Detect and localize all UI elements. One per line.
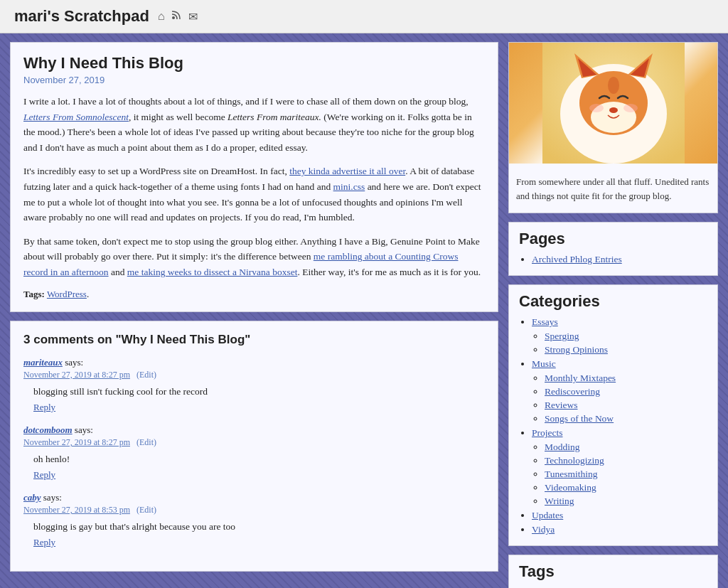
email-icon[interactable]: ✉ bbox=[188, 10, 198, 23]
comments-section: 3 comments on "Why I Need This Blog" mar… bbox=[10, 321, 498, 572]
sub-technologizing: Technologizing bbox=[545, 455, 707, 466]
tag-wordpress[interactable]: WordPress bbox=[47, 289, 87, 299]
post-body: I write a lot. I have a lot of thoughts … bbox=[23, 94, 485, 280]
home-icon[interactable]: ⌂ bbox=[158, 10, 165, 23]
sub-sperging: Sperging bbox=[545, 331, 707, 342]
post-paragraph-1: I write a lot. I have a lot of thoughts … bbox=[23, 94, 485, 155]
category-projects: Projects Modding Technologizing Tunesmit… bbox=[532, 427, 707, 507]
comment-3-says: says: bbox=[43, 492, 62, 503]
category-essays-link[interactable]: Essays bbox=[532, 316, 558, 327]
letters-from-somnolescent-link[interactable]: Letters From Somnolescent bbox=[23, 112, 129, 122]
sub-modding: Modding bbox=[545, 442, 707, 453]
comment-1-text: blogging still isn't fucking cool for th… bbox=[33, 385, 485, 399]
svg-point-10 bbox=[589, 104, 604, 112]
svg-point-12 bbox=[608, 77, 619, 94]
category-projects-link[interactable]: Projects bbox=[532, 427, 563, 438]
modding-link[interactable]: Modding bbox=[545, 442, 580, 452]
comment-3: caby says: November 27, 2019 at 8:53 pm … bbox=[23, 492, 485, 548]
tags-widget: Tags bbox=[508, 555, 718, 588]
songs-of-the-now-link[interactable]: Songs of the Now bbox=[545, 413, 614, 424]
sidebar-image-widget: From somewhere under all that fluff. Une… bbox=[508, 42, 718, 213]
category-updates: Updates bbox=[532, 510, 707, 521]
comment-2: dotcomboom says: November 27, 2019 at 8:… bbox=[23, 424, 485, 481]
main-content: Why I Need This Blog November 27, 2019 I… bbox=[10, 42, 498, 588]
post-paragraph-2: It's incredibly easy to set up a WordPre… bbox=[23, 164, 485, 225]
site-header: mari's Scratchpad ⌂ ✉ bbox=[0, 0, 728, 33]
tunesmithing-link[interactable]: Tunesmithing bbox=[545, 469, 598, 479]
videomaking-link[interactable]: Videomaking bbox=[545, 482, 596, 493]
tags-label: Tags: bbox=[23, 289, 45, 299]
sperging-link[interactable]: Sperging bbox=[545, 331, 579, 341]
post-title: Why I Need This Blog bbox=[23, 54, 485, 73]
sub-strong-opinions: Strong Opinions bbox=[545, 344, 707, 356]
comment-1-edit[interactable]: (Edit) bbox=[136, 370, 156, 380]
sidebar-tagline: From somewhere under all that fluff. Une… bbox=[516, 169, 710, 205]
comment-2-author: dotcomboom says: bbox=[23, 424, 485, 436]
sub-videomaking: Videomaking bbox=[545, 482, 707, 493]
sub-songs-of-the-now: Songs of the Now bbox=[545, 413, 707, 424]
fox-svg bbox=[542, 43, 685, 164]
categories-widget: Categories Essays Sperging Strong Opinio… bbox=[508, 284, 718, 546]
comment-2-says: says: bbox=[75, 424, 93, 435]
site-title: mari's Scratchpad bbox=[14, 7, 149, 26]
post-date: November 27, 2019 bbox=[23, 75, 485, 85]
comment-1-reply[interactable]: Reply bbox=[33, 402, 485, 413]
header-nav: ⌂ ✉ bbox=[158, 10, 198, 23]
comment-2-text: oh henlo! bbox=[33, 452, 485, 466]
sub-writing: Writing bbox=[545, 496, 707, 507]
tags-title: Tags bbox=[519, 562, 707, 581]
mini-css-link[interactable]: mini.css bbox=[333, 181, 365, 192]
comment-3-author: caby says: bbox=[23, 492, 485, 503]
comment-2-edit[interactable]: (Edit) bbox=[136, 437, 156, 447]
rss-icon[interactable] bbox=[171, 10, 181, 23]
svg-point-9 bbox=[609, 107, 618, 113]
monthly-mixtapes-link[interactable]: Monthly Mixtapes bbox=[545, 373, 616, 383]
comment-1-date-link[interactable]: November 27, 2019 at 8:27 pm bbox=[23, 370, 130, 380]
category-vidya-link[interactable]: Vidya bbox=[532, 524, 555, 535]
category-projects-sub: Modding Technologizing Tunesmithing Vide… bbox=[532, 442, 707, 507]
category-vidya: Vidya bbox=[532, 524, 707, 535]
category-updates-link[interactable]: Updates bbox=[532, 510, 563, 520]
comment-3-text: blogging is gay but that's alright becau… bbox=[33, 520, 485, 534]
sub-rediscovering: Rediscovering bbox=[545, 386, 707, 397]
category-essays: Essays Sperging Strong Opinions bbox=[532, 316, 707, 356]
comment-2-date-link[interactable]: November 27, 2019 at 8:27 pm bbox=[23, 437, 130, 447]
sub-reviews: Reviews bbox=[545, 400, 707, 411]
archived-phlog-link[interactable]: Archived Phlog Entries bbox=[532, 254, 622, 264]
reviews-link[interactable]: Reviews bbox=[545, 400, 578, 410]
pages-title: Pages bbox=[519, 230, 707, 248]
comment-1: mariteaux says: November 27, 2019 at 8:2… bbox=[23, 357, 485, 413]
post-card: Why I Need This Blog November 27, 2019 I… bbox=[10, 42, 498, 312]
sub-monthly-mixtapes: Monthly Mixtapes bbox=[545, 373, 707, 384]
sub-tunesmithing: Tunesmithing bbox=[545, 469, 707, 480]
strong-opinions-link[interactable]: Strong Opinions bbox=[545, 344, 608, 355]
page-wrapper: Why I Need This Blog November 27, 2019 I… bbox=[0, 33, 728, 588]
comments-heading: 3 comments on "Why I Need This Blog" bbox=[23, 333, 485, 347]
fox-image bbox=[509, 43, 717, 164]
comment-1-says: says: bbox=[65, 357, 83, 368]
nirvana-link[interactable]: me taking weeks to dissect a Nirvana box… bbox=[127, 267, 298, 277]
pages-widget: Pages Archived Phlog Entries bbox=[508, 222, 718, 276]
comment-3-date-link[interactable]: November 27, 2019 at 8:53 pm bbox=[23, 505, 130, 515]
categories-title: Categories bbox=[519, 292, 707, 311]
technologizing-link[interactable]: Technologizing bbox=[545, 455, 604, 466]
comment-1-author: mariteaux says: bbox=[23, 357, 485, 368]
pages-list: Archived Phlog Entries bbox=[519, 254, 707, 265]
comment-3-meta: November 27, 2019 at 8:53 pm (Edit) bbox=[23, 505, 485, 515]
category-essays-sub: Sperging Strong Opinions bbox=[532, 331, 707, 356]
writing-link[interactable]: Writing bbox=[545, 496, 574, 506]
comment-2-reply[interactable]: Reply bbox=[33, 469, 485, 481]
comment-1-meta: November 27, 2019 at 8:27 pm (Edit) bbox=[23, 370, 485, 380]
category-music-link[interactable]: Music bbox=[532, 358, 556, 369]
svg-point-0 bbox=[172, 16, 175, 19]
comment-3-author-link[interactable]: caby bbox=[23, 492, 41, 503]
comment-3-edit[interactable]: (Edit) bbox=[136, 505, 156, 515]
comment-2-author-link[interactable]: dotcomboom bbox=[23, 424, 73, 435]
category-music-sub: Monthly Mixtapes Rediscovering Reviews S… bbox=[532, 373, 707, 424]
dreamhost-advertise-link[interactable]: they kinda advertise it all over bbox=[289, 166, 405, 176]
post-tags: Tags: WordPress. bbox=[23, 289, 485, 300]
comment-1-author-link[interactable]: mariteaux bbox=[23, 357, 63, 368]
comment-3-reply[interactable]: Reply bbox=[33, 537, 485, 548]
rediscovering-link[interactable]: Rediscovering bbox=[545, 386, 600, 397]
sidebar: From somewhere under all that fluff. Une… bbox=[508, 42, 718, 588]
